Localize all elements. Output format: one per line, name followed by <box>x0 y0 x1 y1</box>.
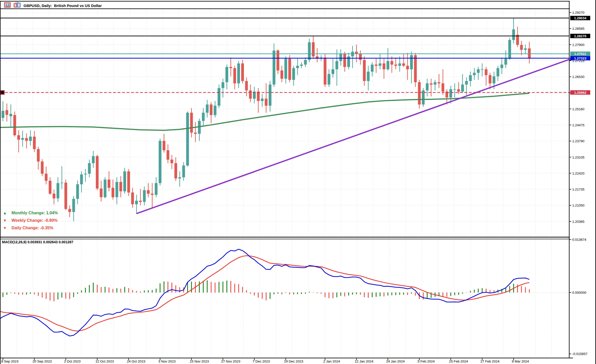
candle-bull <box>434 82 436 84</box>
candles <box>0 18 531 222</box>
candle-bear <box>167 150 169 160</box>
trendline[interactable] <box>137 60 569 214</box>
candle-bear <box>363 60 366 81</box>
candle-bull <box>261 99 263 101</box>
candle-bull <box>284 59 287 79</box>
candle-bull <box>292 68 295 80</box>
change-legend: ▲ Monthly Change: 1.04% ▼ Weekly Change:… <box>3 209 58 232</box>
candle-bull <box>300 64 303 66</box>
price-tick-label: 1.25160 <box>572 107 584 111</box>
candle-bear <box>343 54 346 67</box>
candle-bull <box>296 66 299 68</box>
candle-bull <box>159 141 161 183</box>
candle-bull <box>225 67 228 82</box>
candle-bear <box>139 201 142 202</box>
down-arrow-icon: ▼ <box>3 218 12 222</box>
chart-frame <box>0 0 596 364</box>
candle-bear <box>6 110 8 115</box>
support-line-drag-handle[interactable] <box>1 90 4 94</box>
candle-bear <box>288 59 291 80</box>
price-tick-label: 1.29270 <box>572 11 584 14</box>
candle-bull <box>84 174 87 174</box>
candle-bear <box>265 99 267 106</box>
candle-bull <box>61 183 63 183</box>
candle-bull <box>332 69 334 74</box>
price-marker-label: 1.25862 <box>574 91 586 94</box>
price-tick-label: 1.21735 <box>572 188 584 191</box>
candle-bear <box>127 171 130 192</box>
candle-bear <box>151 194 154 195</box>
date-tick-label: 27 Feb 2024 <box>480 360 499 363</box>
price-panel[interactable] <box>0 18 569 222</box>
date-tick-label: 19 Dec 2023 <box>284 360 303 363</box>
candle-bull <box>477 69 480 73</box>
candle-bear <box>112 188 114 197</box>
candle-bull <box>237 64 240 84</box>
chart-icon[interactable] <box>14 2 21 9</box>
chart-canvas[interactable]: 1.292701.285851.279001.272151.265301.258… <box>0 0 596 364</box>
candle-bull <box>512 30 515 40</box>
candle-bear <box>241 64 244 81</box>
date-tick-label: 2 Oct 2023 <box>64 360 81 363</box>
candle-bear <box>414 55 417 82</box>
candle-bull <box>339 54 342 61</box>
candle-bull <box>500 64 503 68</box>
candle-bull <box>214 106 216 115</box>
candle-bear <box>438 82 440 84</box>
candle-bear <box>163 141 165 150</box>
price-marker-label: 1.29034 <box>574 16 586 20</box>
candle-bull <box>135 201 138 204</box>
macd-tick-label: 0.013674 <box>572 238 586 242</box>
date-tick-label: 27 Nov 2023 <box>221 360 240 363</box>
date-tick-label: 3 Nov 2023 <box>158 360 176 363</box>
candle-bear <box>100 188 103 197</box>
candle-bull <box>465 81 468 84</box>
candle-bull <box>72 199 75 212</box>
candle-bull <box>2 111 4 118</box>
candle-bear <box>394 64 397 66</box>
candle-bear <box>430 83 433 84</box>
candle-bear <box>174 163 177 178</box>
candle-bear <box>312 42 315 56</box>
price-tick-label: 1.23790 <box>572 139 584 143</box>
candle-bull <box>387 61 389 69</box>
candle-bear <box>485 69 487 75</box>
date-tick-label: 7 Dec 2023 <box>253 360 270 363</box>
date-tick-label: 24 Oct 2023 <box>127 360 145 363</box>
candle-bull <box>379 64 381 66</box>
date-tick-label: 24 Jan 2024 <box>386 360 405 363</box>
candle-bear <box>45 174 48 181</box>
monthly-change-label: Monthly Change: 1.04% <box>12 210 58 215</box>
candle-bear <box>245 81 248 90</box>
candle-bull <box>218 88 220 106</box>
candle-bear <box>418 82 421 104</box>
candle-bull <box>410 55 413 69</box>
candle-bear <box>402 64 405 66</box>
candle-bull <box>123 171 126 191</box>
candle-bear <box>457 89 460 92</box>
candle-bear <box>68 209 71 212</box>
candle-bear <box>96 156 99 188</box>
candle-bull <box>304 60 307 65</box>
candle-bear <box>359 54 362 60</box>
candle-bull <box>206 104 209 113</box>
candle-bear <box>170 160 173 163</box>
candle-bear <box>520 45 523 50</box>
date-tick-label: 12 Jan 2024 <box>355 360 374 363</box>
candle-bear <box>25 138 28 141</box>
price-tick-label: 1.22420 <box>572 172 584 175</box>
price-tick-label: 1.20365 <box>572 220 584 224</box>
quotes-table-icon[interactable] <box>4 2 11 9</box>
date-tick-label: 8 Mar 2024 <box>512 360 529 363</box>
candle-bull <box>155 183 158 195</box>
price-tick-label: 1.24475 <box>572 123 584 127</box>
moving-average-line[interactable] <box>0 93 529 130</box>
candle-bull <box>367 72 370 81</box>
weekly-change-label: Weekly Change: -0.80% <box>12 218 58 223</box>
candle-bear <box>33 137 36 149</box>
daily-change-row: ▼ Daily Change: -0.35% <box>3 224 58 232</box>
candle-bull <box>496 68 499 76</box>
candle-bull <box>186 113 189 166</box>
candle-bull <box>493 76 495 83</box>
candle-bear <box>406 66 409 69</box>
